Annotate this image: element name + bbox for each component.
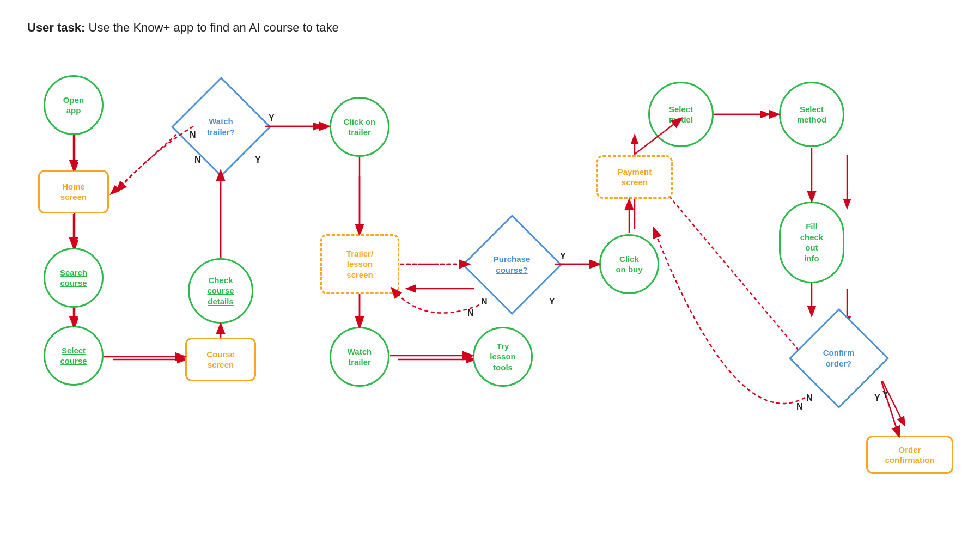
node-confirm-order-q: Confirm order? [796, 316, 881, 400]
svg-line-6 [112, 126, 185, 193]
node-select-method: Select method [779, 82, 844, 147]
trailer-lesson-screen-label: Trailer/ lesson screen [346, 248, 373, 280]
svg-text:N: N [467, 308, 474, 318]
node-watch-trailer-q: Watch trailer? [179, 84, 263, 169]
node-purchase-course-q: Purchase course? [470, 222, 554, 307]
click-on-buy-label: Click on buy [616, 254, 642, 275]
node-select-model: Select model [648, 82, 714, 147]
svg-text:N: N [796, 402, 803, 411]
open-app-label: Open app [63, 95, 84, 116]
purchase-n-label: N [481, 297, 488, 307]
watch-trailer-q-label: Watch trailer? [207, 116, 235, 137]
watch-trailer-y-label: Y [255, 155, 261, 165]
purchase-y-label: Y [549, 297, 555, 307]
node-home-screen: Home screen [38, 170, 109, 213]
node-try-lesson-tools: Try lesson tools [473, 327, 533, 387]
node-course-screen: Course screen [185, 338, 256, 381]
svg-line-20 [882, 381, 904, 425]
search-course-label: Search course [60, 267, 87, 289]
svg-text:Y: Y [269, 113, 275, 123]
node-fill-checkout: Fill check out info [779, 202, 844, 283]
home-screen-label: Home screen [60, 181, 87, 203]
fill-checkout-label: Fill check out info [800, 221, 824, 264]
course-screen-label: Course screen [206, 349, 235, 370]
select-method-label: Select method [797, 104, 826, 125]
node-order-confirmation: Order confirmation [866, 436, 953, 474]
node-select-course: Select course [44, 326, 104, 386]
order-confirmation-label: Order confirmation [885, 444, 935, 466]
confirm-order-q-label: Confirm order? [823, 347, 855, 369]
title-text: Use the Know+ app to find an AI course t… [85, 21, 338, 34]
node-trailer-lesson-screen: Trailer/ lesson screen [320, 234, 399, 294]
svg-text:Y: Y [882, 390, 888, 399]
node-click-on-trailer: Click on trailer [330, 97, 389, 157]
try-lesson-tools-label: Try lesson tools [490, 341, 516, 373]
node-watch-trailer: Watch trailer [330, 327, 389, 387]
flowchart: User task: Use the Know+ app to find an … [0, 0, 980, 543]
watch-trailer-label: Watch trailer [348, 346, 372, 368]
page-title: User task: Use the Know+ app to find an … [27, 21, 339, 35]
title-bold: User task: [27, 21, 85, 34]
node-search-course: Search course [44, 248, 104, 308]
purchase-course-q-label: Purchase course? [494, 254, 531, 275]
svg-line-42 [881, 381, 899, 436]
confirm-y-label: Y [874, 393, 880, 403]
select-model-label: Select model [669, 104, 693, 125]
watch-trailer-n-label: N [194, 155, 201, 165]
select-course-label: Select course [60, 345, 87, 367]
payment-screen-label: Payment screen [618, 167, 652, 188]
click-on-trailer-label: Click on trailer [344, 117, 375, 138]
svg-text:Y: Y [560, 252, 566, 261]
node-check-course-details: Check course details [188, 258, 253, 324]
check-course-details-label: Check course details [207, 275, 234, 307]
node-payment-screen: Payment screen [596, 155, 673, 199]
node-open-app: Open app [44, 75, 104, 135]
confirm-n-label: N [806, 393, 813, 403]
node-click-on-buy: Click on buy [599, 234, 659, 294]
